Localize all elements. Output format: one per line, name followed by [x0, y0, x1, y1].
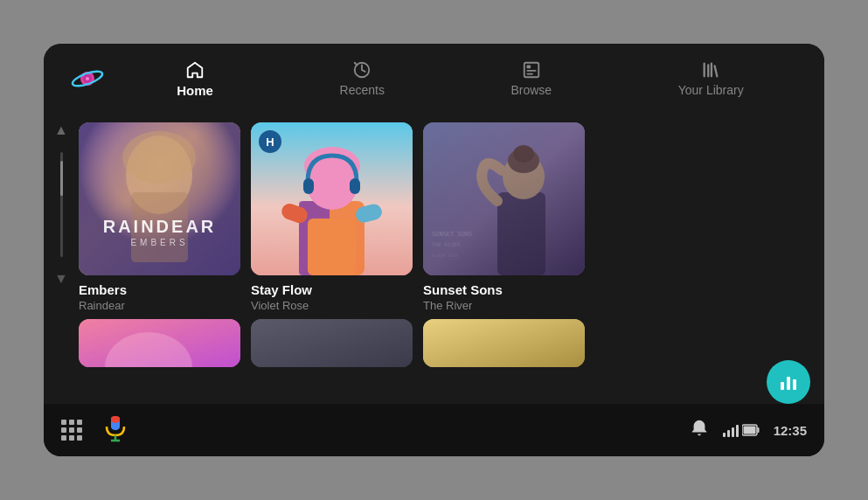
signal-bar-2	[727, 430, 730, 437]
card-sunset-artist: The River	[423, 299, 585, 312]
grid-dot	[77, 420, 82, 425]
card-raindear-image: RAINDEAR EMBERS	[79, 122, 240, 275]
partial-card-2-art	[251, 319, 413, 367]
grid-dot	[77, 435, 82, 441]
signal-bar-4	[736, 425, 739, 437]
scroll-down-button[interactable]: ▼	[54, 271, 68, 287]
scroll-thumb	[60, 161, 63, 196]
cards-area: RAINDEAR EMBERS Embers Raindear	[79, 114, 824, 404]
svg-rect-40	[251, 319, 413, 367]
browse-label: Browse	[510, 83, 552, 97]
sunset-overlay	[423, 122, 585, 275]
signal-bar-1	[723, 433, 726, 437]
bottom-left-controls	[61, 414, 128, 446]
svg-text:H: H	[266, 135, 274, 149]
card-stayflow[interactable]: H Stay Flow Violet Rose	[251, 122, 413, 312]
grid-dot	[77, 427, 82, 433]
grid-dot	[61, 435, 66, 441]
album-raindear-title: RAINDEAR	[103, 217, 217, 236]
notification-bell-button[interactable]	[690, 419, 709, 441]
partial-card-3-art	[423, 319, 585, 367]
card-sunset-image: SUNSET SONS THE RIVER ALBUM 2018	[423, 122, 585, 275]
card-sunset-title: Sunset Sons	[423, 282, 585, 297]
card-partial-1[interactable]	[79, 319, 240, 367]
svg-point-3	[86, 77, 89, 80]
signal-bars	[723, 423, 739, 437]
svg-line-12	[715, 66, 718, 76]
bottom-right-status: 12:35	[690, 419, 807, 441]
bottom-bar: 12:35	[44, 404, 824, 456]
nav-item-home[interactable]: Home	[159, 53, 231, 105]
svg-rect-26	[303, 178, 314, 194]
svg-rect-42	[781, 382, 784, 390]
grid-dot	[69, 427, 74, 433]
recents-icon	[352, 60, 372, 80]
svg-rect-7	[526, 70, 536, 72]
clock-display: 12:35	[774, 423, 807, 438]
card-sunset[interactable]: SUNSET SONS THE RIVER ALBUM 2018 Sunset …	[423, 122, 585, 312]
grid-dot	[61, 427, 66, 433]
library-icon	[701, 60, 720, 80]
card-raindear-title: Embers	[79, 282, 240, 297]
apps-grid-button[interactable]	[61, 420, 82, 441]
album-raindear-subtitle: EMBERS	[103, 238, 217, 247]
svg-rect-8	[526, 73, 532, 75]
equalizer-icon	[778, 372, 799, 392]
grid-dot	[69, 435, 74, 441]
browse-icon	[522, 60, 541, 80]
svg-rect-27	[350, 178, 360, 194]
cards-row-top: RAINDEAR EMBERS Embers Raindear	[79, 122, 816, 319]
scroll-track	[60, 152, 63, 257]
svg-rect-41	[423, 319, 585, 367]
card-raindear[interactable]: RAINDEAR EMBERS Embers Raindear	[79, 122, 240, 312]
album-sunset-art: SUNSET SONS THE RIVER ALBUM 2018	[423, 122, 585, 275]
fab-equalizer-button[interactable]	[767, 360, 810, 404]
microphone-button[interactable]	[103, 414, 128, 446]
card-stayflow-image: H	[251, 122, 413, 275]
album-raindear-art: RAINDEAR EMBERS	[79, 122, 240, 275]
top-nav: Home Recents Browse	[44, 44, 824, 114]
logo-area	[61, 61, 114, 96]
grid-dot	[61, 420, 66, 425]
svg-rect-44	[793, 379, 796, 390]
recents-label: Recents	[340, 83, 385, 97]
svg-rect-48	[111, 416, 120, 420]
nav-item-library[interactable]: Your Library	[661, 53, 761, 104]
svg-rect-47	[111, 423, 120, 430]
nav-item-recents[interactable]: Recents	[323, 53, 402, 104]
signal-battery-area	[723, 423, 760, 437]
signal-bar-3	[732, 427, 734, 437]
home-label: Home	[177, 83, 213, 98]
microphone-icon	[103, 414, 128, 442]
card-stayflow-artist: Violet Rose	[251, 299, 413, 312]
card-partial-3[interactable]	[423, 319, 585, 367]
svg-rect-43	[787, 377, 790, 390]
battery-icon	[742, 424, 760, 436]
main-content: ▲ ▼	[44, 114, 824, 404]
device-frame: Home Recents Browse	[44, 44, 824, 456]
partial-card-1-art	[79, 319, 240, 367]
album-stayflow-art: H	[251, 122, 413, 275]
card-raindear-artist: Raindear	[79, 299, 240, 312]
stayflow-art-svg: H	[251, 122, 413, 275]
grid-dot	[69, 420, 74, 425]
scroll-up-button[interactable]: ▲	[54, 122, 68, 138]
card-stayflow-title: Stay Flow	[251, 282, 413, 297]
sidebar-scroll: ▲ ▼	[44, 114, 79, 404]
cards-row-bottom	[79, 319, 816, 374]
library-label: Your Library	[678, 83, 744, 97]
card-partial-2[interactable]	[251, 319, 413, 367]
nav-item-browse[interactable]: Browse	[493, 53, 569, 104]
nav-items: Home Recents Browse	[114, 53, 807, 105]
home-icon	[185, 60, 205, 80]
svg-rect-53	[743, 427, 755, 434]
svg-rect-6	[526, 66, 531, 69]
bell-icon	[690, 419, 709, 438]
svg-point-16	[122, 131, 196, 184]
svg-rect-52	[757, 427, 759, 433]
svg-rect-21	[308, 219, 356, 275]
app-logo-icon	[70, 61, 105, 96]
